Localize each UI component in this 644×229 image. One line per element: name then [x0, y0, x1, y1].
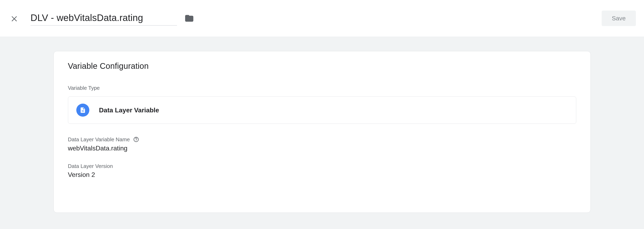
save-button[interactable]: Save — [602, 10, 636, 26]
variable-name-input[interactable] — [30, 11, 177, 26]
workspace: Variable Configuration Variable Type Dat… — [0, 37, 644, 229]
data-layer-variable-icon — [76, 104, 89, 117]
dlv-name-value: webVitalsData.rating — [68, 144, 576, 152]
card-title: Variable Configuration — [68, 62, 576, 71]
variable-type-label: Variable Type — [68, 85, 576, 91]
dlv-name-help-button[interactable] — [133, 136, 140, 143]
folder-icon — [185, 14, 194, 23]
dlv-version-value: Version 2 — [68, 171, 576, 178]
variable-config-card: Variable Configuration Variable Type Dat… — [54, 51, 591, 213]
close-icon — [10, 14, 18, 22]
dlv-name-label: Data Layer Variable Name — [68, 136, 576, 143]
folder-button[interactable] — [183, 12, 195, 24]
editor-header: Save — [0, 0, 644, 37]
variable-type-selector[interactable]: Data Layer Variable — [68, 96, 576, 124]
title-area — [30, 11, 398, 26]
variable-type-value: Data Layer Variable — [99, 106, 159, 114]
help-icon — [133, 136, 139, 142]
close-button[interactable] — [6, 10, 22, 26]
dlv-version-label: Data Layer Version — [68, 163, 576, 169]
